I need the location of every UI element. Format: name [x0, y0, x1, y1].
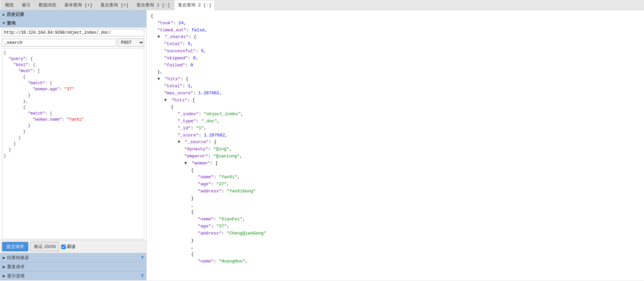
main-layout: ▶ 历史记录 ▼ 查询 POST GET PUT DELETE { "query… [0, 10, 644, 280]
json-type-field: "_type": "_doc", [151, 118, 640, 125]
source-collapse-icon[interactable]: ▼ [178, 139, 182, 146]
json-w2-name: "name": "XianFei", [151, 216, 640, 223]
json-shards-total: "total": 5, [151, 41, 640, 48]
woman-collapse-icon[interactable]: ▼ [184, 160, 189, 167]
json-w3-name: "name": "HuangHou", [151, 258, 640, 265]
repeat-request-label: 重复请求 [7, 264, 25, 270]
json-woman2-open: { [151, 209, 640, 216]
url-row [0, 28, 146, 38]
result-converter-help-icon[interactable]: ? [141, 255, 144, 260]
json-emperor: "emperor": "Qianlong", [151, 153, 640, 160]
right-panel: { "took": 24, "timed_out": false, ▼ "_sh… [147, 10, 644, 280]
query-arrow-icon: ▼ [3, 21, 5, 25]
json-shards-failed: "failed": 0 [151, 62, 640, 69]
tab-basic-query[interactable]: 基本查询 [+] [61, 0, 96, 10]
display-options-help-icon[interactable]: ? [141, 274, 144, 279]
query-label: 查询 [7, 20, 16, 26]
display-options-section[interactable]: ▶ 显示选项 ? [0, 271, 146, 280]
json-dynasty: "dynasty": "Qing", [151, 146, 640, 153]
json-w1-name: "name": "YanXi", [151, 174, 640, 181]
query-editor[interactable]: { "query": { "bool": { "must": [ { "matc… [2, 48, 144, 239]
endpoint-input[interactable] [2, 39, 116, 46]
json-score-field: "_score": 1.287682, [151, 132, 640, 139]
hits-collapse-icon[interactable]: ▼ [157, 76, 162, 83]
json-hit-open: { [151, 104, 640, 111]
json-took: "took": 24, [151, 20, 640, 27]
tab-index[interactable]: 索引 [18, 0, 34, 10]
display-options-label: 显示选项 [7, 273, 25, 279]
json-shards-successful: "successful": 5, [151, 48, 640, 55]
shards-collapse-icon[interactable]: ▼ [157, 34, 162, 41]
json-woman1-open: { [151, 167, 640, 174]
url-input[interactable] [2, 29, 144, 36]
json-w1-age: "age": "27", [151, 181, 640, 188]
result-converter-section[interactable]: ▶ 结果转换器 ? [0, 253, 146, 262]
submit-button[interactable]: 提交请求 [2, 242, 28, 251]
tab-compound-query[interactable]: 复合查询 [+] [97, 0, 132, 10]
json-comma-1: , [151, 202, 640, 209]
tab-data-browse[interactable]: 数据浏览 [35, 0, 60, 10]
validate-button[interactable]: 验证 JSON [30, 242, 59, 251]
result-converter-label: 结果转换器 [7, 255, 29, 261]
json-shards-close: }, [151, 69, 640, 76]
history-section-header[interactable]: ▶ 历史记录 [0, 10, 146, 19]
json-open-brace: { [151, 13, 640, 20]
tab-overview[interactable]: 概览 [1, 0, 18, 10]
json-woman1-close: } [151, 195, 640, 202]
easyread-checkbox[interactable] [61, 245, 66, 249]
repeat-request-arrow: ▶ [3, 264, 5, 270]
json-w2-address: "address": "ChengQianGong" [151, 230, 640, 237]
json-max-score: "max_score": 1.287682, [151, 90, 640, 97]
repeat-request-section[interactable]: ▶ 重复请求 [0, 262, 146, 271]
bottom-toolbar: 提交请求 验证 JSON 易读 [0, 240, 146, 253]
json-index-field: "_index": "object_index", [151, 111, 640, 118]
easyread-label[interactable]: 易读 [61, 244, 75, 250]
left-panel: ▶ 历史记录 ▼ 查询 POST GET PUT DELETE { "query… [0, 10, 147, 280]
result-converter-arrow: ▶ [3, 255, 5, 260]
display-options-arrow: ▶ [3, 273, 5, 279]
json-shards-skipped: "skipped": 0, [151, 55, 640, 62]
history-arrow-icon: ▶ [3, 12, 5, 17]
json-woman-row: ▼ "woman": [ [151, 160, 640, 167]
query-section-header[interactable]: ▼ 查询 [0, 19, 146, 28]
json-hits-total: "total": 1, [151, 83, 640, 90]
json-id-field: "_id": "1", [151, 125, 640, 132]
json-hits-array: ▼ "hits": [ [151, 97, 640, 104]
tab-bar: 概览 索引 数据浏览 基本查询 [+] 复合查询 [+] 复合查询 1 [-] … [0, 0, 644, 10]
history-label: 历史记录 [7, 11, 24, 18]
json-woman2-close: } [151, 237, 640, 244]
json-woman3-open: { [151, 251, 640, 258]
json-source-row: ▼ "_source": { [151, 139, 640, 146]
tab-compound-query-1[interactable]: 复合查询 1 [-] [133, 0, 174, 10]
json-comma-2: , [151, 244, 640, 251]
json-timed-out: "timed_out": false, [151, 27, 640, 34]
json-w1-address: "address": "YanXiGong" [151, 188, 640, 195]
hits-array-collapse-icon[interactable]: ▼ [164, 97, 169, 104]
json-w2-age: "age": "37", [151, 223, 640, 230]
json-hits-row: ▼ "hits": { [151, 76, 640, 83]
json-shards-row: ▼ "_shards": { [151, 34, 640, 41]
method-select[interactable]: POST GET PUT DELETE [118, 38, 144, 47]
method-row: POST GET PUT DELETE [0, 38, 146, 48]
tab-compound-query-2[interactable]: 复合查询 2 [-] [174, 0, 215, 10]
